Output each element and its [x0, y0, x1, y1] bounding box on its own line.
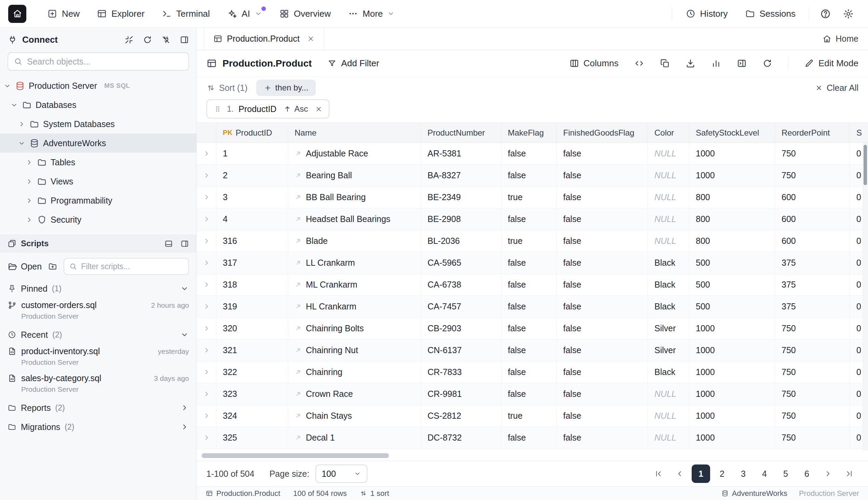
- cell-make-flag[interactable]: false: [501, 164, 557, 186]
- cell-color[interactable]: Silver: [648, 340, 689, 361]
- tree-item-server[interactable]: Production Server MS SQL: [0, 76, 197, 95]
- cell-product-number[interactable]: CA-7457: [421, 296, 501, 317]
- open-record-icon[interactable]: [294, 281, 302, 288]
- table-row[interactable]: 4 Headset Ball Bearings BE-2908 false fa…: [197, 208, 868, 230]
- cell-safety-stock-level[interactable]: 1000: [689, 143, 775, 164]
- chart-icon[interactable]: [711, 58, 721, 68]
- cell-color[interactable]: NULL: [648, 230, 689, 252]
- cell-reorder-point[interactable]: 375: [775, 296, 850, 317]
- cell-name[interactable]: LL Crankarm: [288, 252, 421, 274]
- cell-product-id[interactable]: 3: [216, 186, 288, 208]
- section-migrations[interactable]: Migrations (2): [0, 417, 197, 436]
- cell-finished-goods-flag[interactable]: false: [557, 208, 648, 230]
- cell-finished-goods-flag[interactable]: false: [557, 405, 648, 427]
- row-expand-button[interactable]: [197, 405, 216, 427]
- cell-product-number[interactable]: CR-9981: [421, 383, 501, 405]
- cell-finished-goods-flag[interactable]: false: [557, 296, 648, 317]
- cell-reorder-point[interactable]: 750: [775, 427, 850, 448]
- page-button-3[interactable]: 3: [734, 465, 753, 483]
- cell-safety-stock-level[interactable]: 500: [689, 252, 775, 274]
- cell-color[interactable]: Black: [648, 361, 689, 383]
- page-button-2[interactable]: 2: [713, 465, 731, 483]
- header-finished-goods-flag[interactable]: FinishedGoodsFlag: [557, 123, 648, 143]
- first-page-button[interactable]: [649, 465, 668, 483]
- nav-explorer[interactable]: Explorer: [88, 0, 153, 28]
- disconnect-icon[interactable]: [161, 35, 170, 44]
- cell-product-number[interactable]: BE-2908: [421, 208, 501, 230]
- cell-reorder-point[interactable]: 750: [775, 164, 850, 186]
- page-button-6[interactable]: 6: [798, 465, 816, 483]
- section-reports[interactable]: Reports (2): [0, 398, 197, 417]
- home-logo-button[interactable]: [8, 5, 26, 23]
- nav-new[interactable]: New: [38, 0, 88, 28]
- add-filter-button[interactable]: Add Filter: [327, 58, 379, 69]
- cell-name[interactable]: HL Crankarm: [288, 296, 421, 317]
- sessions-button[interactable]: Sessions: [736, 0, 804, 28]
- cell-make-flag[interactable]: false: [501, 208, 557, 230]
- cell-product-id[interactable]: 323: [216, 383, 288, 405]
- drag-handle-icon[interactable]: [213, 104, 222, 113]
- cell-product-number[interactable]: BA-8327: [421, 164, 501, 186]
- table-row[interactable]: 320 Chainring Bolts CB-2903 false false …: [197, 318, 868, 340]
- cell-finished-goods-flag[interactable]: false: [557, 318, 648, 339]
- cell-finished-goods-flag[interactable]: false: [557, 340, 648, 361]
- cell-safety-stock-level[interactable]: 1000: [689, 340, 775, 361]
- open-script-button[interactable]: Open: [8, 262, 42, 272]
- open-record-icon[interactable]: [294, 216, 302, 223]
- open-record-icon[interactable]: [294, 150, 302, 157]
- cell-color[interactable]: NULL: [648, 405, 689, 427]
- row-expand-button[interactable]: [197, 164, 216, 186]
- cell-make-flag[interactable]: false: [501, 383, 557, 405]
- close-icon[interactable]: [307, 35, 315, 43]
- cell-safety-stock-level[interactable]: 1000: [689, 383, 775, 405]
- open-record-icon[interactable]: [294, 172, 302, 179]
- table-row[interactable]: 3 BB Ball Bearing BE-2349 true false NUL…: [197, 186, 868, 208]
- cell-product-id[interactable]: 318: [216, 274, 288, 295]
- page-button-5[interactable]: 5: [776, 465, 795, 483]
- open-record-icon[interactable]: [294, 237, 302, 245]
- cell-color[interactable]: Silver: [648, 318, 689, 339]
- page-button-1[interactable]: 1: [692, 465, 710, 483]
- cell-product-number[interactable]: AR-5381: [421, 143, 501, 164]
- refresh-icon[interactable]: [143, 35, 152, 44]
- cell-safety-stock-level[interactable]: 500: [689, 296, 775, 317]
- cell-color[interactable]: NULL: [648, 186, 689, 208]
- vertical-scrollbar[interactable]: [863, 143, 868, 451]
- cell-safety-stock-level[interactable]: 1000: [689, 427, 775, 448]
- row-expand-button[interactable]: [197, 296, 216, 317]
- cell-safety-stock-level[interactable]: 800: [689, 186, 775, 208]
- vertical-scrollbar-thumb[interactable]: [864, 145, 867, 185]
- open-record-icon[interactable]: [294, 368, 302, 376]
- table-row[interactable]: 323 Crown Race CR-9981 false false NULL …: [197, 383, 868, 405]
- cell-color[interactable]: NULL: [648, 143, 689, 164]
- cell-finished-goods-flag[interactable]: false: [557, 143, 648, 164]
- header-name[interactable]: Name: [288, 123, 421, 143]
- cell-product-number[interactable]: BL-2036: [421, 230, 501, 252]
- horizontal-scrollbar-thumb[interactable]: [202, 453, 389, 458]
- row-expand-button[interactable]: [197, 208, 216, 230]
- table-row[interactable]: 321 Chainring Nut CN-6137 false false Si…: [197, 340, 868, 361]
- header-make-flag[interactable]: MakeFlag: [501, 123, 557, 143]
- cell-product-id[interactable]: 1: [216, 143, 288, 164]
- header-product-id[interactable]: PKProductID: [216, 123, 288, 143]
- row-expand-button[interactable]: [197, 318, 216, 339]
- cell-finished-goods-flag[interactable]: false: [557, 274, 648, 295]
- cell-color[interactable]: Black: [648, 296, 689, 317]
- cell-product-id[interactable]: 321: [216, 340, 288, 361]
- cell-color[interactable]: Black: [648, 252, 689, 274]
- cell-name[interactable]: Bearing Ball: [288, 164, 421, 186]
- cell-safety-stock-level[interactable]: 800: [689, 230, 775, 252]
- row-expand-button[interactable]: [197, 143, 216, 164]
- cell-product-id[interactable]: 320: [216, 318, 288, 339]
- header-product-number[interactable]: ProductNumber: [421, 123, 501, 143]
- cell-name[interactable]: Adjustable Race: [288, 143, 421, 164]
- close-icon[interactable]: [315, 105, 323, 113]
- side-panel-icon[interactable]: [737, 58, 747, 68]
- cell-reorder-point[interactable]: 750: [775, 340, 850, 361]
- cell-product-id[interactable]: 4: [216, 208, 288, 230]
- nav-ai[interactable]: AI: [218, 0, 271, 28]
- cell-make-flag[interactable]: false: [501, 361, 557, 383]
- cell-name[interactable]: Chainring Bolts: [288, 318, 421, 339]
- cell-name[interactable]: Chainring: [288, 361, 421, 383]
- cell-reorder-point[interactable]: 600: [775, 230, 850, 252]
